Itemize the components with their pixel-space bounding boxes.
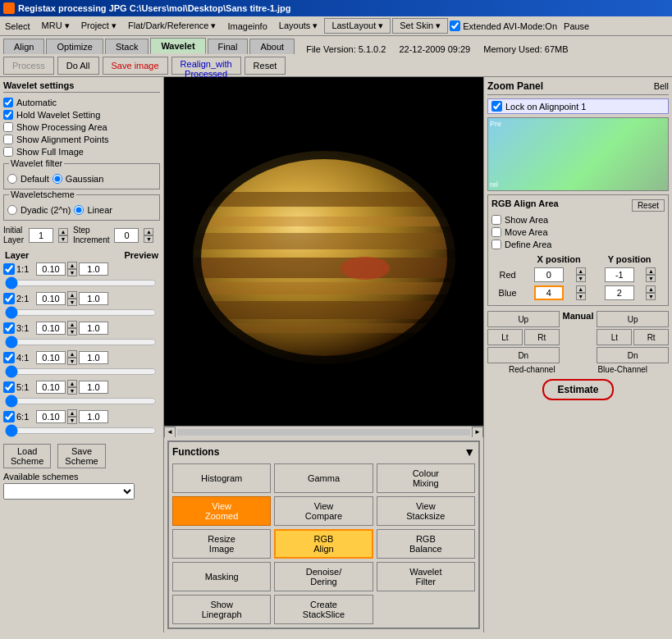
red-dn-btn[interactable]: Dn <box>487 347 560 363</box>
func-btn-5[interactable]: View Stacksize <box>377 496 475 526</box>
layer-4-up[interactable]: ▲ <box>67 350 77 358</box>
h-scrollbar[interactable]: ◄ ► <box>164 426 483 437</box>
func-btn-11[interactable]: Wavelet Filter <box>377 562 475 591</box>
move-area-checkbox[interactable] <box>491 227 501 237</box>
blue-y-up[interactable]: ▲ <box>646 285 656 293</box>
tab-wavelet[interactable]: Wavelet <box>150 38 205 54</box>
save-scheme-button[interactable]: SaveScheme <box>57 444 105 468</box>
red-lt-btn[interactable]: Lt <box>487 329 523 345</box>
func-btn-7[interactable]: RGB Align <box>274 529 373 559</box>
red-x-up[interactable]: ▲ <box>576 267 586 275</box>
func-btn-8[interactable]: RGB Balance <box>377 529 475 559</box>
scroll-right-btn[interactable]: ► <box>472 427 483 438</box>
wavelet-gaussian-radio[interactable] <box>53 174 62 184</box>
layer-6-down[interactable]: ▼ <box>67 417 77 424</box>
menu-project[interactable]: Project ▾ <box>76 19 121 33</box>
layer-4-checkbox[interactable] <box>3 352 15 363</box>
red-y-input[interactable] <box>605 267 634 282</box>
blue-y-input[interactable] <box>605 285 634 300</box>
red-y-up[interactable]: ▲ <box>646 267 656 275</box>
step-increment-input[interactable] <box>114 228 139 243</box>
menu-setskin[interactable]: Set Skin ▾ <box>392 18 448 34</box>
layer-1-slider[interactable] <box>5 277 157 289</box>
red-x-input[interactable] <box>534 267 564 282</box>
menu-layouts[interactable]: Layouts ▾ <box>274 19 323 33</box>
func-btn-2[interactable]: Colour Mixing <box>377 463 475 493</box>
layer-3-up[interactable]: ▲ <box>67 321 77 328</box>
layer-1-value-input[interactable] <box>36 262 66 276</box>
layer-6-slider[interactable] <box>5 425 157 436</box>
func-btn-3[interactable]: View Zoomed <box>172 496 271 526</box>
scroll-track[interactable] <box>177 429 470 436</box>
layer-3-down[interactable]: ▼ <box>67 328 77 335</box>
layer-6-value-input[interactable] <box>36 410 66 423</box>
blue-lt-btn[interactable]: Lt <box>597 329 632 345</box>
layer-2-up[interactable]: ▲ <box>67 291 77 299</box>
func-btn-9[interactable]: Masking <box>172 562 271 591</box>
blue-x-down[interactable]: ▼ <box>576 293 586 300</box>
tab-optimize[interactable]: Optimize <box>46 39 103 54</box>
tab-final[interactable]: Final <box>208 39 249 54</box>
layer-4-preview-input[interactable] <box>79 351 108 364</box>
layer-1-down[interactable]: ▼ <box>67 269 77 276</box>
show-area-checkbox[interactable] <box>491 215 501 225</box>
do-all-button[interactable]: Do All <box>57 57 99 75</box>
layer-4-down[interactable]: ▼ <box>67 358 77 365</box>
tab-stack[interactable]: Stack <box>105 39 149 54</box>
layer-4-value-input[interactable] <box>36 351 66 364</box>
layer-1-up[interactable]: ▲ <box>67 262 77 269</box>
show-alignment-checkbox[interactable] <box>3 135 13 144</box>
layer-2-checkbox[interactable] <box>3 293 15 304</box>
menu-pause[interactable]: Pause <box>559 20 594 33</box>
layer-2-value-input[interactable] <box>36 292 66 305</box>
blue-x-up[interactable]: ▲ <box>576 285 586 293</box>
layer-4-slider[interactable] <box>5 366 157 377</box>
menu-select[interactable]: Select <box>0 20 35 33</box>
func-btn-12[interactable]: Show Linegraph <box>172 595 271 624</box>
functions-collapse-icon[interactable]: ▼ <box>464 445 475 459</box>
layer-5-checkbox[interactable] <box>3 381 15 393</box>
tab-about[interactable]: About <box>249 39 295 54</box>
menu-mru[interactable]: MRU ▾ <box>37 19 75 33</box>
func-btn-0[interactable]: Histogram <box>172 463 271 493</box>
define-area-checkbox[interactable] <box>491 240 501 249</box>
scheme-select[interactable] <box>3 483 135 500</box>
lock-checkbox[interactable] <box>491 101 502 112</box>
layer-2-down[interactable]: ▼ <box>67 299 77 306</box>
menu-imageinfo[interactable]: Imageinfo <box>222 20 272 33</box>
func-btn-1[interactable]: Gamma <box>274 463 373 493</box>
func-btn-4[interactable]: View Compare <box>274 496 373 526</box>
realign-button[interactable]: Realign_withProcessed <box>171 57 241 75</box>
func-btn-13[interactable]: Create StackSlice <box>274 595 373 624</box>
initial-layer-input[interactable] <box>29 228 53 243</box>
red-rt-btn[interactable]: Rt <box>524 329 560 345</box>
show-processing-checkbox[interactable] <box>3 122 13 132</box>
tab-align[interactable]: Align <box>3 39 44 54</box>
step-increment-down[interactable]: ▼ <box>144 235 153 243</box>
menu-lastlayout[interactable]: LastLayout ▾ <box>324 18 391 34</box>
blue-y-down[interactable]: ▼ <box>646 293 656 300</box>
layer-3-checkbox[interactable] <box>3 322 15 334</box>
extended-avi-checkbox[interactable] <box>450 21 460 31</box>
wavelet-linear-radio[interactable] <box>74 205 84 215</box>
layer-6-checkbox[interactable] <box>3 411 15 422</box>
menu-flatdark[interactable]: Flat/Dark/Reference ▾ <box>123 19 221 33</box>
rgb-reset-button[interactable]: Reset <box>632 199 665 212</box>
estimate-button[interactable]: Estimate <box>542 379 613 400</box>
blue-x-input[interactable] <box>534 285 564 300</box>
layer-5-up[interactable]: ▲ <box>67 380 77 387</box>
blue-dn-btn[interactable]: Dn <box>597 347 669 363</box>
reset-button[interactable]: Reset <box>245 57 286 75</box>
red-x-down[interactable]: ▼ <box>576 275 586 282</box>
step-increment-up[interactable]: ▲ <box>144 228 153 235</box>
layer-3-slider[interactable] <box>5 336 157 348</box>
extended-avi-label[interactable]: Extended AVI-Mode:On <box>450 21 557 31</box>
red-y-down[interactable]: ▼ <box>646 275 656 282</box>
blue-up-btn[interactable]: Up <box>597 311 669 327</box>
blue-rt-btn[interactable]: Rt <box>633 329 669 345</box>
wavelet-dyadic-radio[interactable] <box>7 205 17 215</box>
layer-3-value-input[interactable] <box>36 322 66 335</box>
show-full-checkbox[interactable] <box>3 147 13 157</box>
layer-5-down[interactable]: ▼ <box>67 387 77 395</box>
red-up-btn[interactable]: Up <box>487 311 560 327</box>
